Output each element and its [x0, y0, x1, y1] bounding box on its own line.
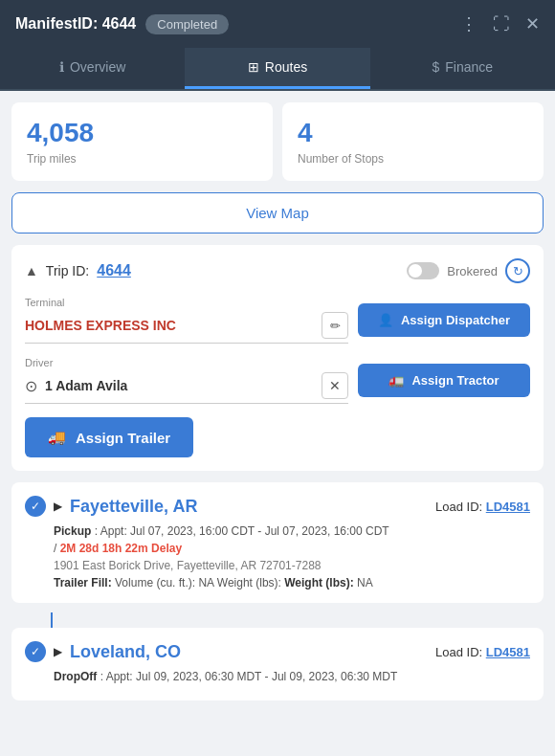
collapse-icon[interactable]: ▲ [25, 263, 38, 278]
routes-icon: ⊞ [248, 59, 259, 75]
stop-card-loveland: ✓ ▶ Loveland, CO Load ID: LD4581 DropOff… [11, 628, 544, 700]
driver-clear-button[interactable]: ✕ [322, 372, 348, 399]
dispatcher-icon: 👤 [378, 313, 393, 327]
terminal-row: Terminal HOLMES EXPRESS INC ✏ 👤 Assign D… [25, 297, 530, 344]
manifest-title: ManifestID: 4644 [15, 15, 136, 33]
stop-card-fayetteville: ✓ ▶ Fayetteville, AR Load ID: LD4581 Pic… [11, 482, 544, 603]
tractor-icon: 🚛 [388, 373, 404, 388]
assign-tractor-button[interactable]: 🚛 Assign Tractor [358, 364, 530, 397]
assign-trailer-button[interactable]: 🚚 Assign Trailer [25, 417, 193, 457]
load-id-link[interactable]: LD4581 [486, 500, 530, 514]
weight-label: Weight (lbs): [217, 576, 281, 589]
stop-appt-end-loveland: Jul 09, 2023, 06:30 MDT [272, 670, 397, 683]
stop-appt-label-loveland: : Appt: [100, 670, 136, 683]
view-map-button[interactable]: View Map [11, 192, 544, 233]
stop-city: Fayetteville, AR [70, 497, 197, 517]
driver-row: Driver ⊙ 1 Adam Avila ✕ 🚛 Assign Tractor [25, 357, 530, 404]
stop-type-loveland: DropOff [54, 670, 97, 683]
trailer-fill-row: Trailer Fill: Volume (cu. ft.): NA Weigh… [54, 576, 530, 589]
terminal-label: Terminal [25, 297, 348, 308]
brokered-row: Brokered ↻ [407, 258, 530, 283]
driver-label: Driver [25, 357, 348, 368]
stop-city-loveland: Loveland, CO [70, 642, 181, 662]
driver-icon: ⊙ [25, 377, 37, 395]
tab-routes[interactable]: ⊞ Routes [185, 48, 369, 89]
trip-miles-value: 4,058 [27, 118, 257, 148]
stop-chevron-icon[interactable]: ▶ [54, 500, 62, 513]
stop-type: Pickup [54, 524, 91, 538]
stop-appt-start: Jul 07, 2023, 16:00 CDT [130, 524, 255, 538]
stop-delay-slash: / [54, 542, 60, 555]
stop-delay-text: 2M 28d 18h 22m Delay [60, 542, 182, 555]
trip-miles-label: Trip miles [27, 152, 257, 166]
driver-value: 1 Adam Avila [45, 378, 314, 393]
header: ManifestID: 4644 Completed ⋮ ⛶ ✕ [0, 0, 555, 48]
load-id-label: Load ID: LD4581 [435, 500, 530, 514]
stop-appt-end: Jul 07, 2023, 16:00 CDT [265, 524, 389, 538]
weight-label-bold: Weight (lbs): [284, 576, 357, 589]
timeline-connector [51, 612, 53, 628]
trip-miles-card: 4,058 Trip miles [11, 102, 273, 181]
trip-id-link[interactable]: 4644 [97, 262, 131, 279]
stop-appt-start-loveland: Jul 09, 2023, 06:30 MDT [136, 670, 261, 683]
stop-address: 1901 East Borick Drive, Fayetteville, AR… [54, 559, 530, 572]
expand-icon[interactable]: ⛶ [493, 14, 510, 34]
tab-finance[interactable]: $ Finance [370, 48, 555, 89]
header-left: ManifestID: 4644 Completed [15, 14, 229, 34]
trailer-icon: 🚚 [48, 429, 66, 446]
main-content: 4,058 Trip miles 4 Number of Stops View … [0, 91, 555, 722]
driver-field: Driver ⊙ 1 Adam Avila ✕ [25, 357, 348, 404]
stop-chevron-loveland[interactable]: ▶ [54, 645, 62, 658]
trip-id-row: ▲ Trip ID: 4644 [25, 262, 131, 279]
stop-appt-label: : Appt: [95, 524, 130, 538]
load-id-link-loveland[interactable]: LD4581 [486, 645, 530, 659]
terminal-input-row: HOLMES EXPRESS INC ✏ [25, 312, 348, 344]
driver-input-row: ⊙ 1 Adam Avila ✕ [25, 372, 348, 404]
number-of-stops-value: 4 [298, 118, 528, 148]
trip-card: ▲ Trip ID: 4644 Brokered ↻ Terminal HOLM… [11, 245, 544, 471]
stop-delay: / 2M 28d 18h 22m Delay [54, 542, 530, 555]
stop-dropoff-detail: DropOff : Appt: Jul 09, 2023, 06:30 MDT … [54, 670, 530, 683]
terminal-field: Terminal HOLMES EXPRESS INC ✏ [25, 297, 348, 344]
trip-header: ▲ Trip ID: 4644 Brokered ↻ [25, 258, 530, 283]
stop-appt-separator: - [257, 524, 264, 538]
toggle-knob [409, 264, 422, 278]
trip-id-label: Trip ID: [46, 263, 89, 278]
header-actions: ⋮ ⛶ ✕ [460, 13, 540, 34]
number-of-stops-card: 4 Number of Stops [282, 102, 544, 181]
stop-header-loveland: ✓ ▶ Loveland, CO Load ID: LD4581 [25, 641, 530, 662]
stop-check-icon-loveland: ✓ [25, 641, 46, 662]
weight-value: NA [357, 576, 373, 589]
tab-overview[interactable]: ℹ Overview [0, 48, 185, 89]
stats-row: 4,058 Trip miles 4 Number of Stops [11, 102, 544, 181]
tab-bar: ℹ Overview ⊞ Routes $ Finance [0, 48, 555, 91]
volume-value: NA [198, 576, 213, 589]
finance-icon: $ [433, 59, 440, 75]
refresh-button[interactable]: ↻ [505, 258, 530, 283]
stop-appt-sep-loveland: - [265, 670, 272, 683]
load-id-loveland: Load ID: LD4581 [435, 645, 530, 659]
brokered-label: Brokered [447, 264, 498, 278]
more-options-icon[interactable]: ⋮ [460, 13, 477, 34]
stop-check-icon: ✓ [25, 496, 46, 517]
stop-pickup-detail: Pickup : Appt: Jul 07, 2023, 16:00 CDT -… [54, 524, 530, 538]
number-of-stops-label: Number of Stops [298, 152, 528, 166]
volume-label: Volume (cu. ft.): [115, 576, 195, 589]
trailer-fill-label: Trailer Fill: [54, 576, 112, 589]
close-icon[interactable]: ✕ [525, 13, 540, 34]
terminal-value: HOLMES EXPRESS INC [25, 318, 314, 333]
status-badge: Completed [145, 14, 229, 34]
stop-header-fayetteville: ✓ ▶ Fayetteville, AR Load ID: LD4581 [25, 496, 530, 517]
assign-dispatcher-button[interactable]: 👤 Assign Dispatcher [358, 303, 530, 337]
terminal-edit-button[interactable]: ✏ [322, 312, 348, 339]
overview-icon: ℹ [59, 59, 64, 75]
stop-title-row: ✓ ▶ Fayetteville, AR [25, 496, 197, 517]
brokered-toggle[interactable] [407, 262, 439, 279]
stop-title-row-loveland: ✓ ▶ Loveland, CO [25, 641, 181, 662]
